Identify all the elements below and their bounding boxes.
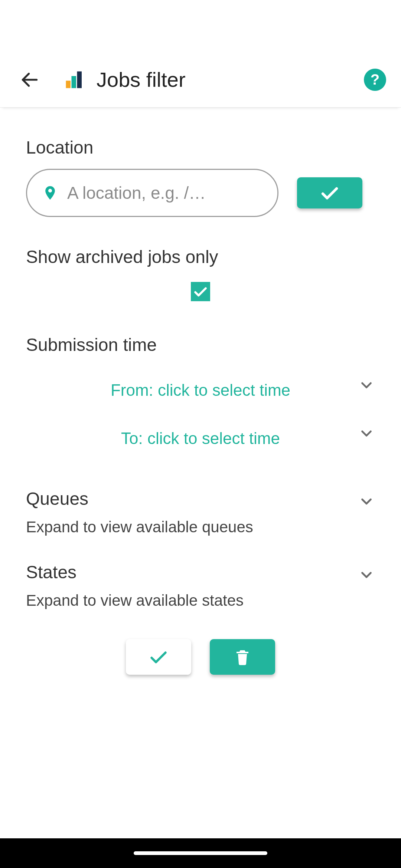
archived-checkbox[interactable] xyxy=(191,282,210,301)
queues-title: Queues xyxy=(26,489,375,509)
help-button[interactable]: ? xyxy=(364,69,386,91)
svg-rect-1 xyxy=(66,80,71,88)
check-icon xyxy=(319,183,340,203)
chevron-down-icon xyxy=(358,425,375,446)
chevron-down-icon xyxy=(358,377,375,398)
submission-to-row[interactable]: To: click to select time xyxy=(26,414,375,463)
submission-to-text: To: click to select time xyxy=(121,429,280,448)
apply-filter-button[interactable] xyxy=(126,639,191,675)
states-section[interactable]: States Expand to view available states xyxy=(26,562,375,609)
submission-from-row[interactable]: From: click to select time xyxy=(26,366,375,414)
back-button[interactable] xyxy=(15,65,45,95)
page-title: Jobs filter xyxy=(97,68,364,92)
submission-from-text: From: click to select time xyxy=(111,381,290,400)
location-pin-icon xyxy=(42,183,58,203)
states-title: States xyxy=(26,562,375,582)
trash-icon xyxy=(234,648,251,666)
check-icon xyxy=(148,647,169,667)
svg-rect-3 xyxy=(77,71,82,88)
archived-label: Show archived jobs only xyxy=(26,247,375,267)
location-input[interactable] xyxy=(67,183,263,203)
submission-time-label: Submission time xyxy=(26,335,375,355)
system-nav-bar xyxy=(0,838,401,868)
chevron-down-icon xyxy=(358,566,375,585)
chevron-down-icon xyxy=(358,493,375,512)
arrow-left-icon xyxy=(19,69,40,90)
location-input-wrap[interactable] xyxy=(26,169,278,217)
location-confirm-button[interactable] xyxy=(297,177,362,208)
clear-filter-button[interactable] xyxy=(210,639,275,675)
help-icon: ? xyxy=(371,71,379,88)
queues-subtitle: Expand to view available queues xyxy=(26,518,375,536)
states-subtitle: Expand to view available states xyxy=(26,592,375,609)
home-indicator[interactable] xyxy=(134,851,267,855)
location-label: Location xyxy=(26,137,375,158)
check-icon xyxy=(193,284,208,299)
queues-section[interactable]: Queues Expand to view available queues xyxy=(26,489,375,536)
header-bar: Jobs filter ? xyxy=(0,52,401,108)
app-logo-icon xyxy=(63,69,85,91)
status-bar-spacer xyxy=(0,0,401,52)
content-area: Location Show archived jobs only xyxy=(0,108,401,838)
svg-rect-2 xyxy=(72,76,76,88)
